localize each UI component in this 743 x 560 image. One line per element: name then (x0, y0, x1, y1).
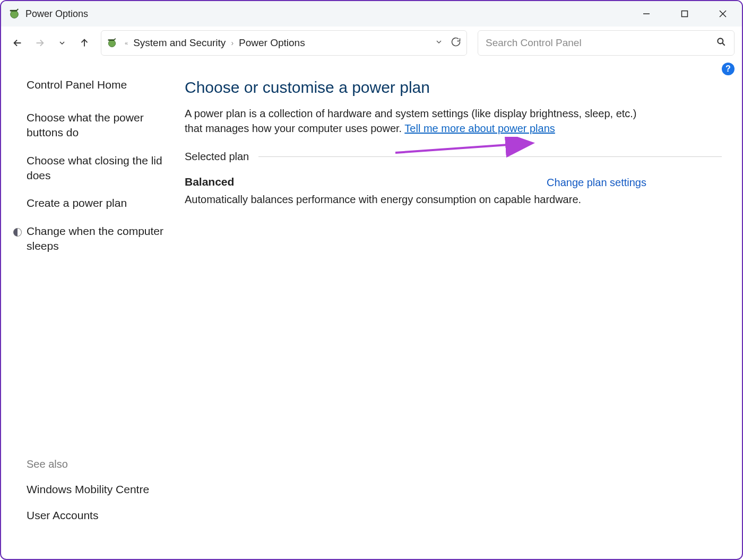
svg-rect-3 (682, 11, 688, 17)
up-button[interactable] (75, 34, 93, 52)
maximize-button[interactable] (666, 1, 704, 27)
svg-point-8 (718, 38, 723, 43)
breadcrumb-system-and-security[interactable]: System and Security (131, 36, 228, 50)
svg-point-6 (108, 40, 115, 47)
window-controls (627, 1, 742, 27)
page-title: Choose or customise a power plan (185, 78, 722, 97)
breadcrumb-overflow-icon[interactable]: « (122, 40, 131, 46)
sidebar-link-change-sleep[interactable]: Change when the computer sleeps (27, 224, 171, 254)
forward-button[interactable] (31, 34, 49, 52)
svg-line-11 (395, 143, 531, 153)
sidebar-link-power-buttons[interactable]: Choose what the power buttons do (27, 110, 171, 141)
title-bar: Power Options (1, 1, 742, 27)
sidebar-link-closing-lid[interactable]: Choose what closing the lid does (27, 153, 171, 183)
help-icon[interactable]: ? (722, 63, 735, 75)
back-button[interactable] (8, 34, 27, 52)
content-body: Control Panel Home Choose what the power… (5, 64, 738, 555)
see-also-label: See also (27, 458, 171, 470)
change-plan-settings-link[interactable]: Change plan settings (547, 177, 646, 189)
minimize-button[interactable] (627, 1, 666, 27)
current-page-icon (13, 226, 22, 235)
annotation-arrow (393, 137, 541, 160)
svg-point-0 (11, 11, 19, 19)
search-box[interactable] (478, 30, 735, 56)
plan-description: Automatically balances performance with … (185, 194, 646, 206)
control-panel-home-link[interactable]: Control Panel Home (27, 78, 171, 91)
power-options-icon (107, 38, 117, 48)
sidebar-link-create-power-plan[interactable]: Create a power plan (27, 196, 171, 211)
plan-name: Balanced (185, 176, 234, 188)
plan-info: Balanced (185, 176, 234, 194)
close-button[interactable] (704, 1, 742, 27)
search-icon[interactable] (716, 37, 727, 49)
nav-row: « System and Security › Power Options (1, 27, 742, 59)
search-input[interactable] (486, 37, 716, 49)
main-content: ? Choose or customise a power plan A pow… (180, 64, 738, 555)
svg-line-9 (722, 43, 725, 46)
section-label: Selected plan (185, 151, 249, 163)
see-also-link-user-accounts[interactable]: User Accounts (27, 508, 171, 523)
recent-locations-button[interactable] (53, 34, 71, 52)
sidebar-item-label: Change when the computer sleeps (27, 225, 163, 252)
address-bar[interactable]: « System and Security › Power Options (101, 30, 467, 56)
refresh-button[interactable] (451, 37, 461, 49)
breadcrumb-power-options[interactable]: Power Options (237, 36, 307, 50)
sidebar: Control Panel Home Choose what the power… (5, 64, 180, 555)
svg-rect-1 (10, 10, 17, 12)
plan-row: Balanced Change plan settings (185, 176, 646, 194)
learn-more-link[interactable]: Tell me more about power plans (404, 122, 555, 134)
chevron-right-icon: › (228, 39, 237, 47)
power-options-icon (8, 8, 20, 20)
window-title: Power Options (25, 8, 88, 20)
address-dropdown-button[interactable] (435, 38, 443, 48)
svg-rect-7 (108, 39, 115, 41)
see-also-section: See also Windows Mobility Centre User Ac… (27, 458, 171, 555)
see-also-link-mobility-centre[interactable]: Windows Mobility Centre (27, 482, 171, 497)
page-description: A power plan is a collection of hardware… (185, 106, 646, 136)
